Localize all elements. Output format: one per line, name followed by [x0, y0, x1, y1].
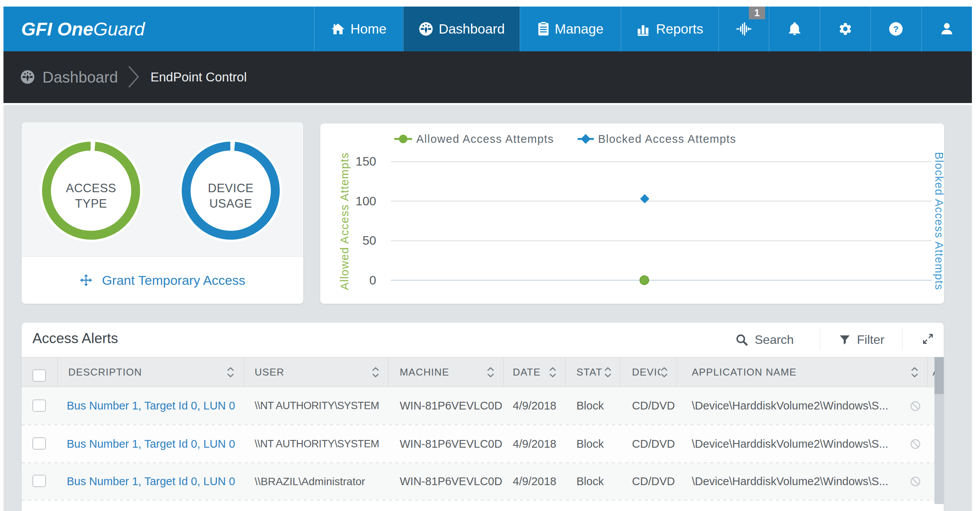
svg-text:?: ?: [893, 24, 899, 34]
